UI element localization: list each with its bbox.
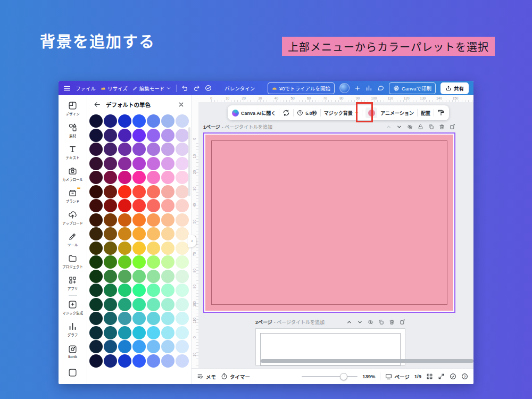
animation-button[interactable]: アニメーション: [380, 110, 414, 117]
color-swatch[interactable]: [118, 171, 131, 184]
grid-view-button[interactable]: [426, 373, 433, 380]
color-swatch[interactable]: [89, 354, 103, 368]
color-swatch[interactable]: [118, 284, 131, 297]
color-swatch[interactable]: [132, 312, 146, 325]
color-swatch[interactable]: [161, 114, 174, 128]
panel-scrollbar[interactable]: [188, 127, 190, 196]
color-swatch[interactable]: [147, 298, 160, 311]
page-1-canvas[interactable]: [203, 132, 455, 313]
add-member-button[interactable]: [354, 85, 361, 92]
color-swatch[interactable]: [118, 255, 131, 269]
color-swatch[interactable]: [132, 340, 146, 353]
color-swatch[interactable]: [118, 354, 131, 368]
page2-title-placeholder[interactable]: - ページタイトルを追加: [274, 319, 325, 326]
color-swatch[interactable]: [89, 227, 103, 240]
color-swatch[interactable]: [118, 143, 131, 156]
color-swatch[interactable]: [89, 298, 103, 311]
color-swatch[interactable]: [161, 298, 174, 311]
color-swatch[interactable]: [104, 227, 117, 240]
color-swatch[interactable]: [89, 255, 103, 269]
color-swatch[interactable]: [118, 213, 131, 227]
sidebar-item-tools[interactable]: ツール: [60, 229, 86, 251]
sidebar-item-elements[interactable]: 素材: [60, 120, 86, 142]
color-swatch[interactable]: [147, 213, 160, 227]
delete-page-icon[interactable]: [389, 319, 395, 325]
sidebar-item-apps[interactable]: アプリ: [60, 272, 86, 294]
color-swatch[interactable]: [104, 185, 117, 198]
color-swatch[interactable]: [132, 213, 146, 227]
color-swatch[interactable]: [147, 114, 160, 128]
color-swatch[interactable]: [176, 270, 189, 283]
resize-menu[interactable]: リサイズ: [101, 85, 128, 92]
color-swatch[interactable]: [176, 312, 189, 325]
page1-title-placeholder[interactable]: - ページタイトルを追加: [222, 123, 272, 130]
copy-style-button[interactable]: [437, 109, 445, 117]
color-swatch[interactable]: [132, 284, 146, 297]
zoom-slider-knob[interactable]: [340, 373, 347, 380]
sidebar-item-more[interactable]: [60, 362, 86, 384]
color-swatch[interactable]: [161, 199, 174, 212]
color-swatch[interactable]: [89, 157, 103, 170]
file-menu[interactable]: ファイル: [76, 85, 96, 92]
color-swatch[interactable]: [147, 242, 160, 255]
color-swatch[interactable]: [176, 129, 189, 142]
transition-button[interactable]: [282, 109, 290, 117]
color-swatch[interactable]: [161, 129, 174, 142]
print-button[interactable]: Canvaで印刷: [389, 82, 436, 94]
delete-page-icon[interactable]: [439, 124, 445, 130]
color-swatch[interactable]: [147, 270, 160, 283]
color-swatch[interactable]: [161, 312, 174, 325]
color-swatch[interactable]: [118, 340, 131, 353]
duplicate-page-icon[interactable]: [378, 319, 384, 325]
color-swatch[interactable]: [132, 270, 146, 283]
color-swatch[interactable]: [176, 298, 189, 311]
color-swatch[interactable]: [104, 270, 117, 283]
sidebar-item-ikonik[interactable]: Ikonik: [60, 340, 86, 362]
color-swatch[interactable]: [118, 185, 131, 198]
move-up-icon[interactable]: [346, 319, 352, 325]
help-button[interactable]: ?: [461, 373, 468, 380]
share-button[interactable]: 共有: [440, 82, 469, 94]
sidebar-item-brand[interactable]: ブランド: [60, 185, 86, 207]
pages-button[interactable]: ページ: [385, 373, 409, 380]
trial-button[interactable]: ¥0でトライアルを開始: [268, 82, 335, 94]
duplicate-page-icon[interactable]: [428, 124, 434, 130]
color-swatch[interactable]: [161, 354, 174, 368]
color-swatch[interactable]: [89, 284, 103, 297]
color-swatch[interactable]: [89, 199, 103, 212]
color-swatch[interactable]: [89, 213, 103, 227]
color-swatch[interactable]: [104, 199, 117, 212]
close-icon[interactable]: [178, 101, 185, 108]
color-swatch[interactable]: [104, 213, 117, 227]
color-swatch[interactable]: [132, 298, 146, 311]
color-swatch[interactable]: [176, 242, 189, 255]
color-swatch[interactable]: [147, 143, 160, 156]
sidebar-item-projects[interactable]: プロジェクト: [60, 251, 86, 272]
color-swatch[interactable]: [147, 354, 160, 368]
color-swatch[interactable]: [161, 326, 174, 339]
color-swatch[interactable]: [147, 255, 160, 269]
move-down-icon[interactable]: [357, 319, 363, 325]
color-swatch[interactable]: [161, 242, 174, 255]
color-swatch[interactable]: [89, 270, 103, 283]
comments-icon[interactable]: [377, 85, 384, 92]
color-swatch[interactable]: [104, 298, 117, 311]
color-swatch[interactable]: [104, 171, 117, 184]
color-swatch[interactable]: [132, 199, 146, 212]
color-swatch[interactable]: [147, 284, 160, 297]
color-swatch[interactable]: [147, 312, 160, 325]
color-swatch[interactable]: [176, 157, 189, 170]
color-swatch[interactable]: [89, 326, 103, 339]
color-swatch[interactable]: [104, 326, 117, 339]
color-swatch[interactable]: [176, 284, 189, 297]
color-swatch[interactable]: [89, 340, 103, 353]
color-swatch[interactable]: [118, 242, 131, 255]
color-swatch[interactable]: [176, 114, 189, 128]
color-swatch[interactable]: [89, 185, 103, 198]
color-swatch[interactable]: [161, 143, 174, 156]
notes-button[interactable]: メモ: [197, 373, 216, 380]
color-swatch[interactable]: [104, 157, 117, 170]
sidebar-item-camera-roll[interactable]: カメラロール: [60, 163, 86, 185]
color-swatch[interactable]: [118, 114, 131, 128]
insights-icon[interactable]: [365, 85, 372, 92]
